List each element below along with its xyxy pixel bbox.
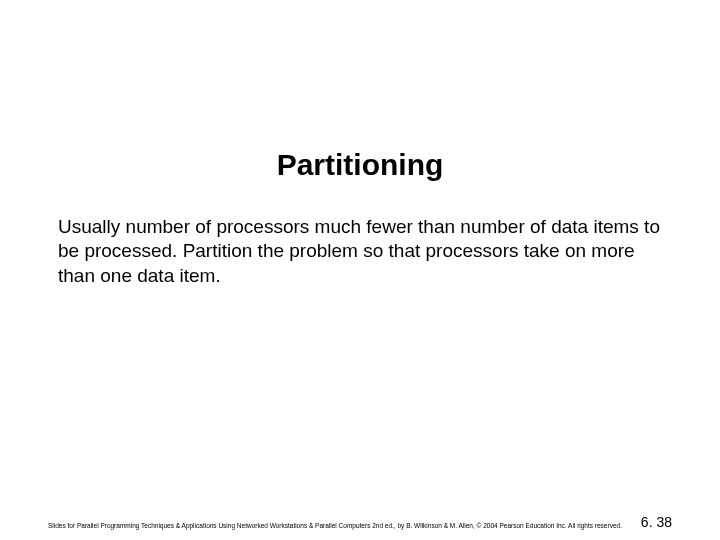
slide-title: Partitioning	[0, 148, 720, 182]
page-number: 6. 38	[641, 514, 672, 530]
slide-footer: Slides for Parallel Programming Techniqu…	[48, 514, 672, 530]
slide-body: Usually number of processors much fewer …	[58, 215, 662, 288]
footer-credit: Slides for Parallel Programming Techniqu…	[48, 522, 629, 530]
slide: Partitioning Usually number of processor…	[0, 0, 720, 540]
